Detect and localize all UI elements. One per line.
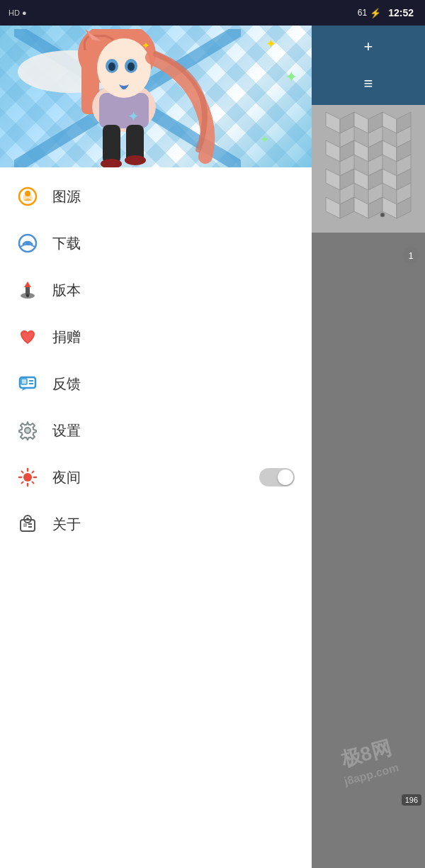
sparkle-5: ✦ xyxy=(128,108,140,125)
yejian-label: 夜间 xyxy=(52,468,81,487)
status-left-text: HD ● xyxy=(8,9,27,17)
tuyuan-icon xyxy=(17,186,38,207)
menu-item-guanyu[interactable]: 关于 xyxy=(0,501,312,547)
menu-button[interactable]: ≡ xyxy=(356,71,381,96)
menu-item-shezhi[interactable]: 设置 xyxy=(0,407,312,454)
menu-item-juanzeng[interactable]: 捐赠 xyxy=(0,313,312,360)
tuyuan-label: 图源 xyxy=(52,187,81,206)
sparkle-4: ✦ xyxy=(142,40,150,51)
grid-thumbnail xyxy=(312,105,425,233)
shezhi-icon xyxy=(17,420,38,441)
menu-item-fankui[interactable]: 反馈 xyxy=(0,360,312,407)
menu-item-xiazai[interactable]: 下载 xyxy=(0,220,312,267)
xiazai-icon xyxy=(17,233,38,254)
svg-rect-43 xyxy=(21,520,35,531)
guanyu-label: 关于 xyxy=(52,515,81,534)
svg-rect-24 xyxy=(26,286,30,296)
drawer-panel: ✦ ✦ ✦ ✦ ✦ 图源 xyxy=(0,26,312,868)
clock: 12:52 xyxy=(388,7,414,18)
svg-marker-25 xyxy=(24,282,31,287)
sparkle-2: ✦ xyxy=(285,68,298,87)
status-bar: HD ● 61 ⚡ 12:52 xyxy=(0,0,425,26)
right-toolbar: + ≡ xyxy=(312,26,425,105)
svg-point-33 xyxy=(25,428,30,433)
svg-line-42 xyxy=(22,482,23,484)
svg-point-83 xyxy=(380,213,385,217)
svg-point-20 xyxy=(25,191,30,196)
num-badge: 196 xyxy=(402,794,421,806)
svg-line-40 xyxy=(33,482,34,484)
battery-icon: ⚡ xyxy=(370,8,381,18)
svg-line-41 xyxy=(33,472,34,473)
right-panel: + ≡ xyxy=(312,26,425,868)
yejian-icon xyxy=(17,467,38,488)
menu-item-banben[interactable]: 版本 xyxy=(0,267,312,313)
svg-point-34 xyxy=(23,473,32,482)
add-button[interactable]: + xyxy=(356,34,381,60)
menu-list: 图源 下载 xyxy=(0,167,312,868)
watermark: 极8网 j8app.com xyxy=(336,733,401,790)
count-badge: 1 xyxy=(402,247,419,264)
banner-image: ✦ ✦ ✦ ✦ ✦ xyxy=(0,26,312,167)
svg-point-26 xyxy=(26,294,29,297)
xiazai-label: 下载 xyxy=(52,234,81,253)
fankui-label: 反馈 xyxy=(52,374,81,394)
sparkle-1: ✦ xyxy=(266,36,276,52)
sparkle-3: ✦ xyxy=(260,133,269,146)
status-icons: 61 ⚡ 12:52 xyxy=(358,7,414,18)
guanyu-icon xyxy=(17,513,38,535)
banben-label: 版本 xyxy=(52,281,81,300)
juanzeng-icon xyxy=(17,326,38,347)
juanzeng-label: 捐赠 xyxy=(52,328,81,347)
svg-point-22 xyxy=(26,241,30,245)
banner-sparkles: ✦ ✦ ✦ ✦ ✦ xyxy=(0,26,312,167)
fankui-icon xyxy=(17,373,38,394)
menu-item-tuyuan[interactable]: 图源 xyxy=(0,173,312,220)
menu-item-yejian[interactable]: 夜间 xyxy=(0,454,312,501)
svg-rect-28 xyxy=(21,379,27,384)
battery-level: 61 xyxy=(358,8,367,18)
night-mode-toggle-container xyxy=(259,468,295,486)
svg-point-45 xyxy=(26,518,29,521)
svg-rect-46 xyxy=(23,523,27,527)
svg-line-39 xyxy=(22,472,23,473)
night-mode-toggle[interactable] xyxy=(259,468,295,486)
grid-pattern-svg xyxy=(312,105,425,233)
right-content-area: 1 极8网 j8app.com 196 xyxy=(312,105,425,868)
banben-icon xyxy=(17,279,38,301)
shezhi-label: 设置 xyxy=(52,421,81,440)
